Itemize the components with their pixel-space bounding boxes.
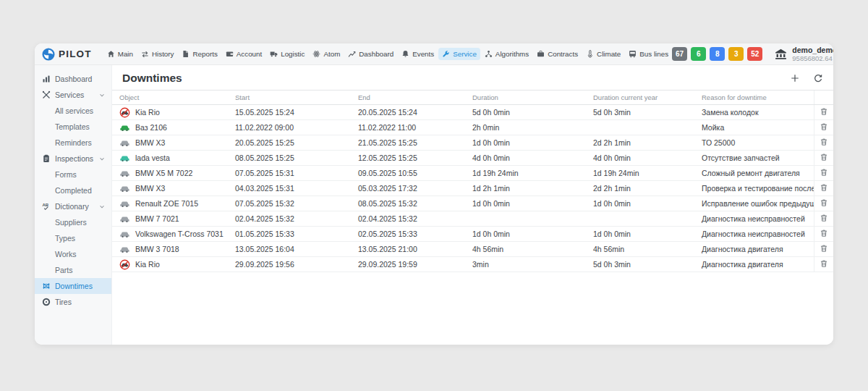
trash-icon — [820, 244, 828, 253]
cell-duration: 4h 56min — [465, 242, 586, 257]
cell-start: 01.05.2025 15:33 — [228, 227, 351, 242]
status-badge[interactable]: 67 — [672, 47, 687, 61]
table-row[interactable]: BMW X3 04.03.2025 15:31 05.03.2025 17:32… — [112, 181, 833, 196]
column-header-start[interactable]: Start — [228, 91, 351, 105]
cell-end: 21.05.2025 15:25 — [351, 135, 465, 151]
delete-row-button[interactable] — [820, 259, 828, 268]
status-badges: 6768352 — [672, 47, 762, 61]
refresh-button[interactable] — [813, 73, 823, 83]
table-row[interactable]: Ваз 2106 11.02.2022 09:00 11.02.2022 11:… — [112, 120, 833, 135]
table-row[interactable]: BMW X3 20.05.2025 15:25 21.05.2025 15:25… — [112, 135, 833, 151]
sidebar-item-tires[interactable]: Tires — [35, 294, 111, 310]
vehicle-name: Kia Rio — [135, 108, 160, 117]
tire-icon — [42, 298, 51, 306]
cell-duration: 1d 0h 0min — [465, 227, 586, 242]
app-logo[interactable]: PILOT — [42, 48, 92, 61]
nav-item-history[interactable]: History — [137, 48, 177, 60]
table-row[interactable]: Kia Rio 29.09.2025 19:56 29.09.2025 19:5… — [112, 257, 833, 272]
cell-start: 13.05.2025 16:04 — [228, 242, 351, 257]
column-header-reason-for-downtime[interactable]: Reason for downtime — [694, 91, 814, 105]
table-row[interactable]: Volkswagen T-Cross 7031 01.05.2025 15:33… — [112, 227, 833, 242]
delete-row-button[interactable] — [820, 229, 828, 237]
sidebar-item-forms[interactable]: Forms — [35, 167, 111, 182]
vehicle-car-icon — [119, 138, 130, 148]
delete-row-button[interactable] — [820, 198, 828, 207]
app-window: PILOT Main History Reports Account Logis… — [35, 43, 833, 345]
cell-start: 20.05.2025 15:25 — [228, 135, 351, 151]
table-row[interactable]: Kia Rio 15.05.2025 15:24 20.05.2025 15:2… — [112, 105, 833, 120]
account-summary[interactable]: demo_demo(master) 95856802.64 ₽ — [774, 46, 833, 62]
sidebar-item-parts[interactable]: Parts — [35, 262, 111, 278]
column-header-duration[interactable]: Duration — [465, 91, 586, 105]
status-badge[interactable]: 6 — [691, 47, 706, 61]
nav-item-events[interactable]: Events — [398, 48, 438, 60]
tools-icon — [42, 91, 51, 99]
sidebar-item-templates[interactable]: Templates — [35, 119, 111, 135]
sidebar-item-dictionary[interactable]: AB Dictionary — [35, 198, 111, 214]
nav-item-service[interactable]: Service — [438, 48, 480, 60]
page-title: Downtimes — [122, 72, 182, 85]
dict-icon: AB — [42, 202, 51, 211]
table-row[interactable]: BMW 7 7021 02.04.2025 15:32 02.04.2025 1… — [112, 211, 833, 227]
cell-reason: Диагностика двигателя — [694, 257, 814, 272]
nav-item-logistic[interactable]: Logistic — [266, 48, 308, 60]
cell-start: 08.05.2025 15:25 — [228, 151, 351, 166]
column-header-object[interactable]: Object — [112, 91, 228, 105]
cell-start: 11.02.2022 09:00 — [228, 120, 351, 135]
sidebar-item-inspections[interactable]: Inspections — [35, 151, 111, 167]
sidebar-item-dashboard[interactable]: Dashboard — [35, 71, 111, 87]
vehicle-car-icon — [119, 244, 130, 255]
vehicle-name: Volkswagen T-Cross 7031 — [135, 230, 224, 238]
sidebar-item-types[interactable]: Types — [35, 230, 111, 246]
add-downtime-button[interactable] — [790, 73, 800, 83]
bars-icon — [42, 75, 51, 83]
sidebar-item-works[interactable]: Works — [35, 246, 111, 262]
delete-row-button[interactable] — [820, 183, 828, 192]
table-row[interactable]: Renault ZOE 7015 07.05.2025 15:32 08.05.… — [112, 196, 833, 211]
cell-end: 11.02.2022 11:00 — [351, 120, 465, 135]
status-badge[interactable]: 3 — [728, 47, 744, 61]
delete-row-button[interactable] — [820, 122, 828, 131]
status-badge[interactable]: 52 — [747, 47, 762, 61]
table-row[interactable]: lada vesta 08.05.2025 15:25 12.05.2025 1… — [112, 151, 833, 166]
vehicle-car-icon — [119, 229, 130, 240]
chevron-down-icon — [98, 156, 106, 162]
sidebar-item-downtimes[interactable]: Downtimes — [35, 278, 111, 294]
nav-item-account[interactable]: Account — [222, 48, 265, 60]
vehicle-car-icon — [119, 198, 130, 209]
nav-item-algorithms[interactable]: Algorithms — [481, 48, 532, 60]
table-row[interactable]: BMW 3 7018 13.05.2025 16:04 13.05.2025 2… — [112, 242, 833, 257]
cell-reason: Проверка и тестирование после ремонта — [694, 181, 814, 196]
nav-item-climate[interactable]: Climate — [582, 48, 624, 60]
nav-item-contracts[interactable]: Contracts — [533, 48, 582, 60]
column-header-duration-current-year[interactable]: Duration current year — [586, 91, 694, 105]
account-balance: 95856802.64 ₽ — [792, 54, 833, 62]
account-name: demo_demo(master) — [792, 46, 833, 54]
cell-duration-current-year: 2d 2h 1min — [586, 181, 694, 196]
vehicle-car-icon — [119, 183, 130, 194]
delete-row-button[interactable] — [820, 244, 828, 253]
vehicle-name: BMW 3 7018 — [135, 245, 179, 253]
sidebar-item-suppliers[interactable]: Suppliers — [35, 214, 111, 230]
sidebar-item-completed[interactable]: Completed — [35, 182, 111, 198]
table-row[interactable]: BMW X5 M 7022 07.05.2025 15:31 09.05.202… — [112, 166, 833, 181]
sidebar-item-all-services[interactable]: All services — [35, 103, 111, 119]
nav-item-dashboard[interactable]: Dashboard — [344, 48, 397, 60]
nav-item-atom[interactable]: Atom — [309, 48, 344, 60]
nav-item-reports[interactable]: Reports — [178, 48, 221, 60]
nav-item-bus-lines[interactable]: Bus lines — [625, 48, 672, 60]
delete-row-button[interactable] — [820, 214, 828, 222]
bell-icon — [401, 50, 409, 58]
trash-icon — [820, 153, 828, 161]
status-badge[interactable]: 8 — [710, 47, 725, 61]
sidebar-item-services[interactable]: Services — [35, 87, 111, 103]
nav-item-main[interactable]: Main — [103, 48, 137, 60]
column-header-end[interactable]: End — [351, 91, 465, 105]
delete-row-button[interactable] — [820, 138, 828, 146]
delete-row-button[interactable] — [820, 153, 828, 161]
delete-row-button[interactable] — [820, 168, 828, 177]
sidebar-item-reminders[interactable]: Reminders — [35, 135, 111, 151]
trash-icon — [820, 168, 828, 177]
delete-row-button[interactable] — [820, 107, 828, 116]
chevron-down-icon — [98, 203, 106, 210]
